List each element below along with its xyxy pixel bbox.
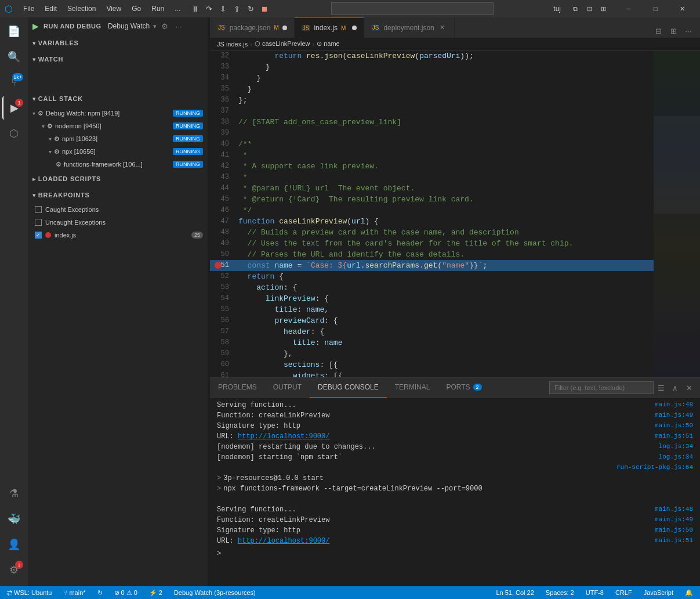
status-encoding[interactable]: UTF-8	[583, 586, 606, 599]
activity-testing[interactable]: ⚗	[2, 482, 26, 505]
panel-close-btn[interactable]: ✕	[683, 381, 695, 394]
callstack-item-2[interactable]: ▾ ⚙ npm [10623] RUNNING	[28, 132, 208, 145]
status-remote[interactable]: ⇄ WSL: Ubuntu	[5, 586, 54, 599]
menu-more[interactable]: ...	[170, 3, 185, 14]
breakpoints-header[interactable]: ▾ BREAKPOINTS	[28, 187, 208, 203]
debug-stop[interactable]: ⏹	[258, 2, 271, 15]
activity-settings[interactable]: ⚙ 1	[2, 558, 26, 582]
bp-index-checkbox[interactable]: ✓	[35, 232, 42, 239]
status-notifications[interactable]: 🔔	[683, 586, 695, 599]
status-language[interactable]: JavaScript	[641, 586, 676, 599]
console-source-6[interactable]: run-script-pkg.js:64	[616, 464, 693, 471]
console-source-0[interactable]: main.js:48	[655, 401, 693, 408]
status-sync[interactable]: ↻	[95, 586, 105, 599]
console-url-0[interactable]: http://localhost:9000/	[238, 432, 329, 441]
panel-list-view-btn[interactable]: ☰	[655, 381, 668, 394]
console-source-5[interactable]: log.js:34	[659, 453, 693, 460]
console-text-10: Serving function...	[217, 506, 650, 514]
bp-index-js[interactable]: ✓ index.js 25	[28, 229, 208, 241]
debug-step-into[interactable]: ⇩	[216, 2, 229, 15]
status-position[interactable]: Ln 51, Col 22	[494, 586, 536, 599]
split-editor-button[interactable]: ⊟	[651, 24, 665, 38]
code-lines[interactable]: 32 return res.json(caseLinkPreview(parse…	[210, 50, 654, 377]
window-minimize[interactable]: ─	[615, 0, 642, 17]
panel-tab-ports[interactable]: PORTS 2	[438, 378, 489, 398]
callstack-item-1[interactable]: ▾ ⚙ nodemon [9450] RUNNING	[28, 120, 208, 132]
menu-go[interactable]: Go	[127, 3, 146, 14]
status-spaces[interactable]: Spaces: 2	[543, 586, 576, 599]
debug-pause[interactable]: ⏸	[188, 2, 201, 15]
console-source-1[interactable]: main.js:49	[655, 412, 693, 418]
bc-function[interactable]: ⬡ caseLinkPreview	[255, 40, 310, 48]
activity-explorer[interactable]: 📄	[2, 20, 26, 43]
bp-caught-checkbox[interactable]	[35, 206, 42, 213]
variables-header[interactable]: ▾ VARIABLES	[28, 35, 208, 51]
console-source-4[interactable]: log.js:34	[659, 443, 693, 450]
debug-more-icon[interactable]: ···	[173, 20, 184, 32]
activity-remote[interactable]: 🐳	[2, 507, 26, 531]
callstack-item-0[interactable]: ▾ ⚙ Debug Watch: npm [9419] RUNNING	[28, 107, 208, 120]
debug-console-filter[interactable]	[549, 381, 654, 394]
debug-step-over[interactable]: ↷	[202, 2, 215, 15]
activity-extensions[interactable]: ⬡	[2, 122, 26, 145]
menu-view[interactable]: View	[101, 3, 126, 14]
menu-edit[interactable]: Edit	[40, 3, 61, 14]
bp-uncaught-checkbox[interactable]	[35, 219, 42, 226]
loaded-scripts-header[interactable]: ▸ LOADED SCRIPTS	[28, 171, 208, 187]
status-debug-name[interactable]: Debug Watch (3p-resources)	[172, 586, 258, 599]
console-source-13[interactable]: main.js:51	[655, 537, 693, 544]
line-num-35: 35	[210, 84, 236, 95]
layout-btn-1[interactable]: ⧉	[569, 2, 582, 15]
layout-btn-2[interactable]: ⊟	[583, 2, 596, 15]
bp-uncaught-exceptions[interactable]: Uncaught Exceptions	[28, 216, 208, 229]
panel-tab-terminal[interactable]: TERMINAL	[387, 378, 438, 398]
panel-collapse-btn[interactable]: ∧	[669, 381, 681, 394]
callstack-header[interactable]: ▾ CALL STACK	[28, 91, 208, 107]
activity-account[interactable]: 👤	[2, 533, 26, 556]
console-source-11[interactable]: main.js:49	[655, 516, 693, 523]
console-url-1[interactable]: http://localhost:9000/	[238, 537, 329, 545]
status-line-ending[interactable]: CRLF	[613, 586, 634, 599]
panel-layout-button[interactable]: ⊞	[666, 24, 680, 38]
debug-step-out[interactable]: ⇧	[230, 2, 243, 15]
console-line-6: run-script-pkg.js:64	[210, 463, 700, 474]
activity-search[interactable]: 🔍	[2, 45, 26, 68]
more-actions-button[interactable]: ···	[681, 24, 695, 38]
tab-deployment-json[interactable]: JS deployment.json ✕	[364, 17, 455, 38]
callstack-item-4[interactable]: ⚙ functions-framework [106...] RUNNING	[28, 158, 208, 171]
console-source-10[interactable]: main.js:48	[655, 506, 693, 513]
menu-file[interactable]: File	[19, 3, 39, 14]
layout-btn-3[interactable]: ⊞	[597, 2, 610, 15]
status-debug-count[interactable]: ⚡ 2	[147, 586, 165, 599]
menu-run[interactable]: Run	[147, 3, 169, 14]
title-search-input[interactable]	[331, 2, 494, 15]
status-branch[interactable]: ⑂ main*	[61, 586, 88, 599]
console-line-5: [nodemon] starting `npm start` log.js:34	[210, 453, 700, 463]
bp-caught-exceptions[interactable]: Caught Exceptions	[28, 203, 208, 216]
tab-close-deployment[interactable]: ✕	[438, 23, 447, 33]
console-source-3[interactable]: main.js:51	[655, 432, 693, 439]
debug-restart[interactable]: ↻	[244, 2, 257, 15]
status-errors[interactable]: ⊘ 0 ⚠ 0	[112, 586, 140, 599]
console-source-12[interactable]: main.js:50	[655, 526, 693, 533]
activity-source-control[interactable]: ⑂ 1k+	[2, 71, 26, 94]
watch-header[interactable]: ▾ WATCH	[28, 51, 208, 67]
line-content-32: return res.json(caseLinkPreview(parsedUr…	[236, 50, 654, 62]
menu-selection[interactable]: Selection	[63, 3, 100, 14]
debug-start-button[interactable]: ▶	[30, 20, 41, 32]
panel-tab-problems[interactable]: PROBLEMS	[210, 378, 265, 398]
tab-package-json[interactable]: JS package.json M	[210, 17, 295, 38]
panel-tab-debug-console[interactable]: DEBUG CONSOLE	[310, 378, 387, 398]
callstack-item-3[interactable]: ▾ ⚙ npx [10656] RUNNING	[28, 145, 208, 158]
activity-run-debug[interactable]: ▶ 1	[2, 96, 26, 120]
debug-gear-icon[interactable]: ⚙	[159, 20, 171, 32]
bc-var[interactable]: ⊙ name	[317, 40, 340, 48]
bc-file[interactable]: JS index.js	[217, 41, 248, 48]
window-maximize[interactable]: □	[642, 0, 669, 17]
window-close[interactable]: ✕	[669, 0, 695, 17]
console-source-2[interactable]: main.js:50	[655, 422, 693, 429]
code-line-53: 53 action: {	[210, 282, 654, 293]
tab-index-js[interactable]: JS index.js M	[295, 17, 364, 38]
panel-tab-output[interactable]: OUTPUT	[265, 378, 310, 398]
code-line-57: 57 header: {	[210, 326, 654, 337]
